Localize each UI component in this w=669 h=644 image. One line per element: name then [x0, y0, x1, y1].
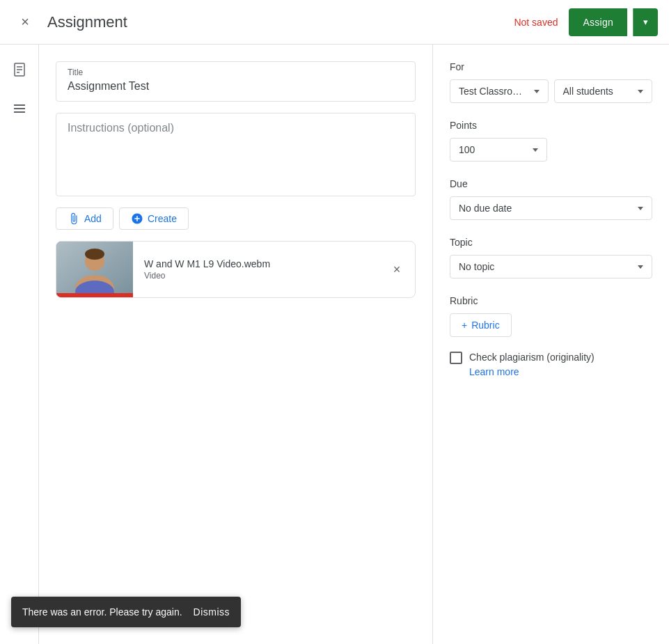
points-label: Points: [450, 120, 652, 131]
action-buttons: Add Create: [56, 207, 416, 230]
remove-icon: ×: [393, 262, 401, 277]
students-select[interactable]: All students: [554, 79, 653, 103]
create-label: Create: [148, 213, 177, 224]
create-plus-icon: [131, 212, 143, 225]
close-button[interactable]: ×: [11, 8, 39, 36]
sidebar-doc-icon[interactable]: [6, 56, 33, 84]
classroom-value: Test Classro…: [459, 86, 522, 97]
add-button[interactable]: Add: [56, 207, 113, 230]
video-progress-bar: [56, 293, 133, 297]
assign-button[interactable]: Assign: [569, 8, 627, 36]
dismiss-button[interactable]: Dismiss: [194, 606, 230, 618]
attachment-type: Video: [144, 271, 373, 281]
classroom-select[interactable]: Test Classro…: [450, 79, 549, 103]
add-rubric-button[interactable]: + Rubric: [450, 313, 512, 337]
classroom-chevron-icon: [534, 90, 540, 93]
due-section: Due No due date: [450, 178, 652, 220]
close-icon: ×: [21, 14, 29, 30]
plus-icon: +: [462, 320, 467, 331]
add-label: Add: [84, 213, 102, 224]
for-section: For Test Classro… All students: [450, 61, 652, 103]
dropdown-chevron-icon: ▾: [643, 17, 648, 27]
error-snackbar: There was an error. Please try again. Di…: [11, 597, 241, 627]
svg-point-10: [85, 249, 104, 260]
plagiarism-row: Check plagiarism (originality) Learn mor…: [450, 351, 652, 377]
attachment-remove-button[interactable]: ×: [384, 257, 409, 282]
plagiarism-text-block: Check plagiarism (originality) Learn mor…: [469, 351, 595, 377]
create-button[interactable]: Create: [119, 207, 189, 230]
rubric-button-label: Rubric: [471, 320, 499, 331]
header: × Assignment Not saved Assign ▾: [0, 0, 669, 45]
due-chevron-icon: [638, 207, 643, 210]
left-panel: Title Instructions (optional) Add Create: [39, 45, 432, 644]
page-title: Assignment: [47, 13, 514, 31]
learn-more-link[interactable]: Learn more: [469, 366, 595, 377]
title-field-container: Title: [56, 61, 416, 102]
right-panel: For Test Classro… All students Points 10…: [432, 45, 669, 644]
points-select[interactable]: 100: [450, 138, 547, 162]
due-date-value: No due date: [459, 203, 512, 214]
due-date-select[interactable]: No due date: [450, 196, 652, 220]
plagiarism-label: Check plagiarism (originality): [469, 352, 595, 363]
attachment-thumbnail: [56, 242, 133, 297]
topic-value: No topic: [459, 261, 494, 272]
topic-chevron-icon: [638, 265, 643, 269]
points-section: Points 100: [450, 120, 652, 162]
thumbnail-image: [56, 242, 133, 297]
rubric-section: Rubric + Rubric: [450, 295, 652, 337]
instructions-container[interactable]: Instructions (optional): [56, 113, 416, 196]
students-chevron-icon: [638, 90, 643, 93]
instructions-placeholder: Instructions (optional): [68, 122, 174, 134]
attachment-name: W and W M1 L9 Video.webm: [144, 258, 373, 269]
sidebar-menu-icon[interactable]: [6, 95, 33, 123]
due-label: Due: [450, 178, 652, 189]
icon-sidebar: [0, 45, 39, 644]
title-input[interactable]: [68, 80, 404, 93]
header-actions: Not saved Assign ▾: [514, 8, 658, 36]
rubric-label: Rubric: [450, 295, 652, 306]
main-layout: Title Instructions (optional) Add Create: [0, 45, 669, 644]
snackbar-message: There was an error. Please try again.: [22, 606, 182, 618]
students-value: All students: [563, 86, 613, 97]
attachment-info: W and W M1 L9 Video.webm Video: [133, 250, 384, 289]
attach-icon: [68, 212, 80, 225]
attachment-card: W and W M1 L9 Video.webm Video ×: [56, 241, 416, 298]
topic-section: Topic No topic: [450, 237, 652, 278]
for-label: For: [450, 61, 652, 72]
plagiarism-checkbox[interactable]: [450, 352, 462, 364]
points-chevron-icon: [533, 148, 538, 152]
topic-label: Topic: [450, 237, 652, 248]
thumbnail-svg: [56, 242, 133, 297]
topic-select[interactable]: No topic: [450, 255, 652, 278]
plagiarism-section: Check plagiarism (originality) Learn mor…: [450, 351, 652, 377]
assign-dropdown-button[interactable]: ▾: [633, 8, 658, 36]
not-saved-status: Not saved: [514, 17, 558, 28]
title-label: Title: [68, 68, 404, 77]
points-value: 100: [459, 144, 475, 155]
for-select-row: Test Classro… All students: [450, 79, 652, 103]
